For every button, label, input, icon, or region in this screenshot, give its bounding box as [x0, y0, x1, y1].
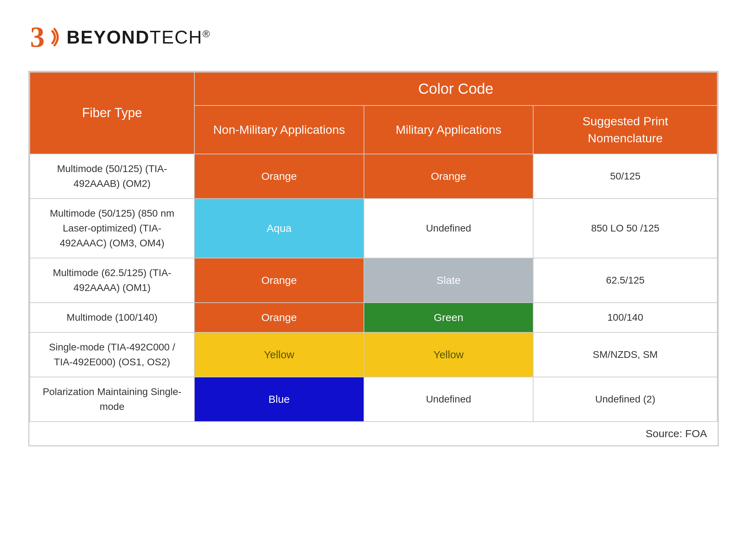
military-color-cell: Slate	[364, 258, 534, 303]
military-color-cell: Yellow	[364, 332, 534, 377]
table-row: Multimode (50/125) (TIA-492AAAB) (OM2)Or…	[30, 154, 717, 199]
fiber-type-cell: Polarization Maintaining Single-mode	[30, 377, 194, 422]
non-military-color-cell: Orange	[194, 303, 364, 332]
print-cell: 50/125	[533, 154, 717, 199]
logo-trademark: ®	[203, 28, 211, 39]
fiber-type-cell: Multimode (100/140)	[30, 303, 194, 332]
non-military-color-cell: Aqua	[194, 199, 364, 258]
military-color-cell: Undefined	[364, 377, 534, 422]
fiber-type-cell: Multimode (50/125) (TIA-492AAAB) (OM2)	[30, 154, 194, 199]
print-cell: Undefined (2)	[533, 377, 717, 422]
non-military-color-cell: Yellow	[194, 332, 364, 377]
logo-icon: 3	[28, 21, 60, 53]
print-cell: SM/NZDS, SM	[533, 332, 717, 377]
svg-text:3: 3	[30, 21, 45, 53]
military-color-cell: Orange	[364, 154, 534, 199]
header-row-1: Fiber Type Color Code	[30, 72, 717, 105]
fiber-color-table: Fiber Type Color Code Non-Military Appli…	[29, 72, 718, 422]
non-military-color-cell: Blue	[194, 377, 364, 422]
table-row: Multimode (62.5/125) (TIA-492AAAA) (OM1)…	[30, 258, 717, 303]
color-code-header: Color Code	[194, 72, 717, 105]
fiber-type-cell: Multimode (62.5/125) (TIA-492AAAA) (OM1)	[30, 258, 194, 303]
table-row: Multimode (100/140)OrangeGreen100/140	[30, 303, 717, 332]
logo-text: BEYONDTECH®	[67, 27, 211, 48]
non-military-color-cell: Orange	[194, 258, 364, 303]
logo-area: 3 BEYONDTECH®	[28, 21, 211, 53]
print-cell: 100/140	[533, 303, 717, 332]
table-row: Multimode (50/125) (850 nm Laser-optimiz…	[30, 199, 717, 258]
source-text: Source: FOA	[646, 428, 707, 439]
fiber-type-cell: Single-mode (TIA-492C000 / TIA-492E000) …	[30, 332, 194, 377]
table-row: Single-mode (TIA-492C000 / TIA-492E000) …	[30, 332, 717, 377]
fiber-type-cell: Multimode (50/125) (850 nm Laser-optimiz…	[30, 199, 194, 258]
military-color-cell: Undefined	[364, 199, 534, 258]
source-citation: Source: FOA	[29, 422, 718, 445]
logo-brand-light: TECH	[149, 27, 203, 47]
non-military-color-cell: Orange	[194, 154, 364, 199]
print-cell: 62.5/125	[533, 258, 717, 303]
print-cell: 850 LO 50 /125	[533, 199, 717, 258]
main-table-wrapper: Fiber Type Color Code Non-Military Appli…	[28, 71, 719, 446]
military-header: Military Applications	[364, 105, 534, 154]
logo-brand-bold: BEYOND	[67, 27, 149, 47]
print-header: Suggested Print Nomenclature	[533, 105, 717, 154]
military-color-cell: Green	[364, 303, 534, 332]
fiber-type-header: Fiber Type	[30, 72, 194, 154]
table-row: Polarization Maintaining Single-modeBlue…	[30, 377, 717, 422]
non-military-header: Non-Military Applications	[194, 105, 364, 154]
